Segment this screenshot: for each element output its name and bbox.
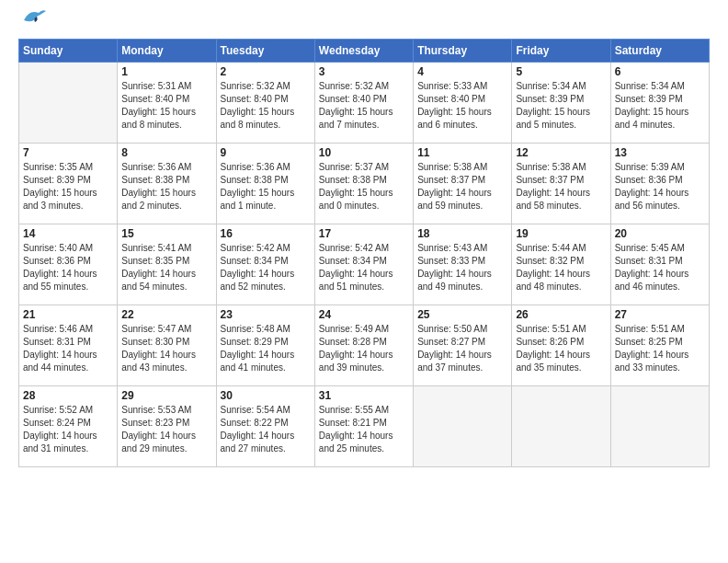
day-info: Sunrise: 5:46 AMSunset: 8:31 PMDaylight:… xyxy=(23,323,113,374)
day-number: 2 xyxy=(221,65,311,78)
day-number: 16 xyxy=(221,227,311,240)
day-number: 11 xyxy=(417,146,507,159)
calendar-cell: 10 Sunrise: 5:37 AMSunset: 8:38 PMDaylig… xyxy=(314,144,413,224)
calendar-cell: 5 Sunrise: 5:34 AMSunset: 8:39 PMDayligh… xyxy=(512,63,610,144)
day-info: Sunrise: 5:42 AMSunset: 8:34 PMDaylight:… xyxy=(319,242,409,293)
calendar-week-row: 7 Sunrise: 5:35 AMSunset: 8:39 PMDayligh… xyxy=(19,144,710,224)
calendar-cell: 27 Sunrise: 5:51 AMSunset: 8:25 PMDaylig… xyxy=(610,305,709,386)
day-number: 5 xyxy=(516,65,606,78)
logo xyxy=(18,15,46,28)
day-number: 31 xyxy=(319,389,409,402)
day-info: Sunrise: 5:55 AMSunset: 8:21 PMDaylight:… xyxy=(319,404,409,455)
calendar-week-row: 28 Sunrise: 5:52 AMSunset: 8:24 PMDaylig… xyxy=(19,386,710,467)
calendar-cell: 31 Sunrise: 5:55 AMSunset: 8:21 PMDaylig… xyxy=(314,386,413,467)
calendar-cell: 4 Sunrise: 5:33 AMSunset: 8:40 PMDayligh… xyxy=(414,63,512,144)
calendar-cell: 14 Sunrise: 5:40 AMSunset: 8:36 PMDaylig… xyxy=(19,224,118,305)
day-info: Sunrise: 5:37 AMSunset: 8:38 PMDaylight:… xyxy=(319,161,409,213)
calendar-cell: 6 Sunrise: 5:34 AMSunset: 8:39 PMDayligh… xyxy=(610,63,709,144)
logo-bird-icon xyxy=(20,7,46,28)
day-number: 15 xyxy=(121,227,211,240)
calendar-cell: 8 Sunrise: 5:36 AMSunset: 8:38 PMDayligh… xyxy=(118,144,216,224)
day-number: 27 xyxy=(615,308,705,321)
day-number: 6 xyxy=(615,65,705,78)
calendar-cell: 13 Sunrise: 5:39 AMSunset: 8:36 PMDaylig… xyxy=(610,144,709,224)
day-number: 23 xyxy=(221,308,311,321)
calendar-cell: 23 Sunrise: 5:48 AMSunset: 8:29 PMDaylig… xyxy=(216,305,314,386)
calendar-cell: 11 Sunrise: 5:38 AMSunset: 8:37 PMDaylig… xyxy=(414,144,512,224)
day-info: Sunrise: 5:31 AMSunset: 8:40 PMDaylight:… xyxy=(121,80,211,132)
calendar-week-row: 14 Sunrise: 5:40 AMSunset: 8:36 PMDaylig… xyxy=(19,224,710,305)
day-info: Sunrise: 5:32 AMSunset: 8:40 PMDaylight:… xyxy=(319,80,409,132)
day-info: Sunrise: 5:45 AMSunset: 8:31 PMDaylight:… xyxy=(615,242,705,293)
day-info: Sunrise: 5:54 AMSunset: 8:22 PMDaylight:… xyxy=(221,404,311,455)
day-number: 1 xyxy=(121,65,211,78)
calendar-cell: 29 Sunrise: 5:53 AMSunset: 8:23 PMDaylig… xyxy=(118,386,216,467)
calendar-cell: 24 Sunrise: 5:49 AMSunset: 8:28 PMDaylig… xyxy=(314,305,413,386)
day-info: Sunrise: 5:38 AMSunset: 8:37 PMDaylight:… xyxy=(516,161,606,213)
calendar-header-tuesday: Tuesday xyxy=(216,40,314,63)
calendar-cell: 12 Sunrise: 5:38 AMSunset: 8:37 PMDaylig… xyxy=(512,144,610,224)
calendar-cell: 19 Sunrise: 5:44 AMSunset: 8:32 PMDaylig… xyxy=(512,224,610,305)
calendar-cell: 15 Sunrise: 5:41 AMSunset: 8:35 PMDaylig… xyxy=(118,224,216,305)
calendar-cell: 3 Sunrise: 5:32 AMSunset: 8:40 PMDayligh… xyxy=(314,63,413,144)
day-number: 7 xyxy=(23,146,113,159)
day-info: Sunrise: 5:48 AMSunset: 8:29 PMDaylight:… xyxy=(221,323,311,374)
calendar-cell: 1 Sunrise: 5:31 AMSunset: 8:40 PMDayligh… xyxy=(118,63,216,144)
day-number: 18 xyxy=(417,227,507,240)
day-number: 4 xyxy=(417,65,507,78)
calendar-cell xyxy=(19,63,118,144)
day-number: 8 xyxy=(121,146,211,159)
day-info: Sunrise: 5:53 AMSunset: 8:23 PMDaylight:… xyxy=(121,404,211,455)
day-number: 30 xyxy=(221,389,311,402)
calendar-cell: 28 Sunrise: 5:52 AMSunset: 8:24 PMDaylig… xyxy=(19,386,118,467)
calendar-cell: 7 Sunrise: 5:35 AMSunset: 8:39 PMDayligh… xyxy=(19,144,118,224)
day-info: Sunrise: 5:38 AMSunset: 8:37 PMDaylight:… xyxy=(417,161,507,213)
day-info: Sunrise: 5:47 AMSunset: 8:30 PMDaylight:… xyxy=(121,323,211,374)
day-number: 19 xyxy=(516,227,606,240)
day-number: 17 xyxy=(319,227,409,240)
calendar-week-row: 21 Sunrise: 5:46 AMSunset: 8:31 PMDaylig… xyxy=(19,305,710,386)
calendar-header-thursday: Thursday xyxy=(414,40,512,63)
day-info: Sunrise: 5:32 AMSunset: 8:40 PMDaylight:… xyxy=(221,80,311,132)
calendar-header-monday: Monday xyxy=(118,40,216,63)
day-number: 10 xyxy=(319,146,409,159)
page: SundayMondayTuesdayWednesdayThursdayFrid… xyxy=(0,0,728,563)
day-info: Sunrise: 5:41 AMSunset: 8:35 PMDaylight:… xyxy=(121,242,211,293)
day-info: Sunrise: 5:52 AMSunset: 8:24 PMDaylight:… xyxy=(23,404,113,455)
calendar-cell: 22 Sunrise: 5:47 AMSunset: 8:30 PMDaylig… xyxy=(118,305,216,386)
calendar-cell xyxy=(512,386,610,467)
day-number: 3 xyxy=(319,65,409,78)
calendar-week-row: 1 Sunrise: 5:31 AMSunset: 8:40 PMDayligh… xyxy=(19,63,710,144)
day-number: 25 xyxy=(417,308,507,321)
day-info: Sunrise: 5:42 AMSunset: 8:34 PMDaylight:… xyxy=(221,242,311,293)
calendar-cell: 21 Sunrise: 5:46 AMSunset: 8:31 PMDaylig… xyxy=(19,305,118,386)
calendar-cell: 2 Sunrise: 5:32 AMSunset: 8:40 PMDayligh… xyxy=(216,63,314,144)
calendar-cell: 16 Sunrise: 5:42 AMSunset: 8:34 PMDaylig… xyxy=(216,224,314,305)
day-info: Sunrise: 5:39 AMSunset: 8:36 PMDaylight:… xyxy=(615,161,705,213)
day-number: 12 xyxy=(516,146,606,159)
day-info: Sunrise: 5:50 AMSunset: 8:27 PMDaylight:… xyxy=(417,323,507,374)
calendar-cell: 25 Sunrise: 5:50 AMSunset: 8:27 PMDaylig… xyxy=(414,305,512,386)
day-number: 22 xyxy=(121,308,211,321)
day-info: Sunrise: 5:33 AMSunset: 8:40 PMDaylight:… xyxy=(417,80,507,132)
day-info: Sunrise: 5:40 AMSunset: 8:36 PMDaylight:… xyxy=(23,242,113,293)
day-info: Sunrise: 5:36 AMSunset: 8:38 PMDaylight:… xyxy=(221,161,311,213)
calendar-cell: 9 Sunrise: 5:36 AMSunset: 8:38 PMDayligh… xyxy=(216,144,314,224)
calendar-cell: 17 Sunrise: 5:42 AMSunset: 8:34 PMDaylig… xyxy=(314,224,413,305)
calendar-cell: 30 Sunrise: 5:54 AMSunset: 8:22 PMDaylig… xyxy=(216,386,314,467)
calendar-header-sunday: Sunday xyxy=(19,40,118,63)
day-info: Sunrise: 5:35 AMSunset: 8:39 PMDaylight:… xyxy=(23,161,113,213)
day-info: Sunrise: 5:43 AMSunset: 8:33 PMDaylight:… xyxy=(417,242,507,293)
calendar-cell: 18 Sunrise: 5:43 AMSunset: 8:33 PMDaylig… xyxy=(414,224,512,305)
day-number: 13 xyxy=(615,146,705,159)
day-info: Sunrise: 5:51 AMSunset: 8:26 PMDaylight:… xyxy=(516,323,606,374)
calendar-header-saturday: Saturday xyxy=(610,40,709,63)
day-info: Sunrise: 5:34 AMSunset: 8:39 PMDaylight:… xyxy=(516,80,606,132)
calendar-cell: 26 Sunrise: 5:51 AMSunset: 8:26 PMDaylig… xyxy=(512,305,610,386)
calendar-header-wednesday: Wednesday xyxy=(314,40,413,63)
day-number: 9 xyxy=(221,146,311,159)
calendar-cell xyxy=(414,386,512,467)
calendar-cell xyxy=(610,386,709,467)
day-number: 28 xyxy=(23,389,113,402)
day-number: 20 xyxy=(615,227,705,240)
